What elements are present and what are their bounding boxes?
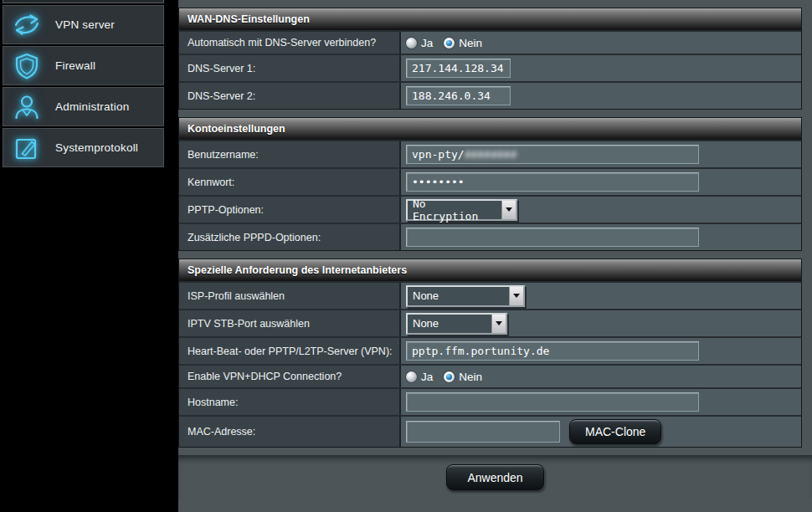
chevron-down-icon xyxy=(491,315,506,333)
field-label: Kennwort: xyxy=(179,169,401,195)
row-mac-address: MAC-Adresse: MAC-Clone xyxy=(179,415,801,447)
apply-area: Anwenden xyxy=(178,455,812,499)
sidebar-item-cutoff xyxy=(3,0,164,3)
mac-address-input[interactable] xyxy=(406,421,560,443)
field-label: DNS-Server 2: xyxy=(179,83,401,109)
row-iptv-stb-port: IPTV STB-Port auswählen None xyxy=(179,309,801,336)
row-heartbeat-server: Heart-Beat- oder PPTP/L2TP-Server (VPN): xyxy=(179,336,801,364)
field-label: Automatisch mit DNS-Server verbinden? xyxy=(179,32,401,54)
chevron-down-icon xyxy=(501,201,516,219)
username-redacted: ######## xyxy=(465,148,517,161)
dns-server-1-input[interactable] xyxy=(406,59,511,78)
field-label: IPTV STB-Port auswählen xyxy=(179,310,401,336)
shield-icon xyxy=(11,51,43,81)
sidebar: VPN server Firewall Administration xyxy=(0,0,166,167)
radio-label-ja: Ja xyxy=(421,371,433,383)
section-account: Kontoeinstellungen Benutzername: vpn-pty… xyxy=(178,117,802,251)
username-visible: vpn-pty/ xyxy=(412,148,465,161)
isp-profile-select[interactable]: None xyxy=(406,285,525,307)
vpn-arrows-icon xyxy=(11,10,43,40)
select-value: No Encryption xyxy=(408,197,501,223)
field-label: Enable VPN+DHCP Connection? xyxy=(179,366,401,387)
section-isp-special: Spezielle Anforderung des Internetanbiet… xyxy=(178,259,802,448)
page: VPN server Firewall Administration xyxy=(0,0,812,512)
select-value: None xyxy=(408,289,444,302)
sidebar-item-label: Firewall xyxy=(55,59,95,72)
sidebar-item-systemprotokoll[interactable]: Systemprotokoll xyxy=(3,128,164,167)
field-label: Zusätzliche PPPD-Optionen: xyxy=(179,224,401,250)
sidebar-item-label: VPN server xyxy=(55,18,115,31)
settings-panel: WAN-DNS-Einstellungen Automatisch mit DN… xyxy=(178,0,812,512)
chevron-down-icon xyxy=(509,287,523,305)
row-password: Kennwort: xyxy=(179,167,801,195)
field-label: ISP-Profil auswählen xyxy=(179,283,401,309)
iptv-stb-port-select[interactable]: None xyxy=(406,313,507,335)
notepad-pencil-icon xyxy=(11,133,43,163)
field-label: Hostname: xyxy=(179,389,401,415)
password-input[interactable] xyxy=(406,172,699,192)
row-dns-auto: Automatisch mit DNS-Server verbinden? Ja… xyxy=(179,30,801,54)
row-pptp-options: PPTP-Optionen: No Encryption xyxy=(179,195,801,223)
sidebar-item-label: Administration xyxy=(55,100,129,113)
section-header: Spezielle Anforderung des Internetanbiet… xyxy=(179,259,801,281)
radio-label-nein: Nein xyxy=(459,37,482,49)
radio-ja[interactable] xyxy=(406,371,417,382)
pptp-options-select[interactable]: No Encryption xyxy=(406,199,517,221)
row-pppd-options: Zusätzliche PPPD-Optionen: xyxy=(179,223,801,250)
section-header: WAN-DNS-Einstellungen xyxy=(179,8,801,30)
field-label: Benutzername: xyxy=(179,141,401,167)
hostname-input[interactable] xyxy=(406,392,699,412)
row-vpn-dhcp: Enable VPN+DHCP Connection? Ja Nein xyxy=(179,364,801,387)
section-header: Kontoeinstellungen xyxy=(179,118,801,140)
radio-nein[interactable] xyxy=(444,38,455,49)
mac-clone-button[interactable]: MAC-Clone xyxy=(569,419,661,444)
person-icon xyxy=(11,92,43,122)
pppd-options-input[interactable] xyxy=(406,228,699,247)
section-wan-dns: WAN-DNS-Einstellungen Automatisch mit DN… xyxy=(178,8,802,110)
radio-nein[interactable] xyxy=(444,371,455,382)
field-label: PPTP-Optionen: xyxy=(179,197,401,223)
field-label: DNS-Server 1: xyxy=(179,55,401,81)
apply-button[interactable]: Anwenden xyxy=(446,464,543,490)
row-hostname: Hostname: xyxy=(179,387,801,415)
field-label: Heart-Beat- oder PPTP/L2TP-Server (VPN): xyxy=(179,338,401,364)
field-label: MAC-Adresse: xyxy=(179,417,401,447)
select-value: None xyxy=(408,317,444,330)
sidebar-item-vpn-server[interactable]: VPN server xyxy=(3,5,164,44)
radio-label-nein: Nein xyxy=(459,371,482,383)
username-input[interactable]: vpn-pty/ ######## xyxy=(406,145,699,164)
row-dns1: DNS-Server 1: xyxy=(179,54,801,81)
sidebar-item-administration[interactable]: Administration xyxy=(3,87,164,126)
row-username: Benutzername: vpn-pty/ ######## xyxy=(179,140,801,167)
row-dns2: DNS-Server 2: xyxy=(179,81,801,109)
dns-server-2-input[interactable] xyxy=(406,86,511,105)
sidebar-item-label: Systemprotokoll xyxy=(55,141,138,154)
row-isp-profile: ISP-Profil auswählen None xyxy=(179,281,801,309)
radio-ja[interactable] xyxy=(406,38,417,49)
sidebar-item-firewall[interactable]: Firewall xyxy=(3,46,164,85)
radio-label-ja: Ja xyxy=(421,37,433,49)
heartbeat-server-input[interactable] xyxy=(406,341,699,361)
